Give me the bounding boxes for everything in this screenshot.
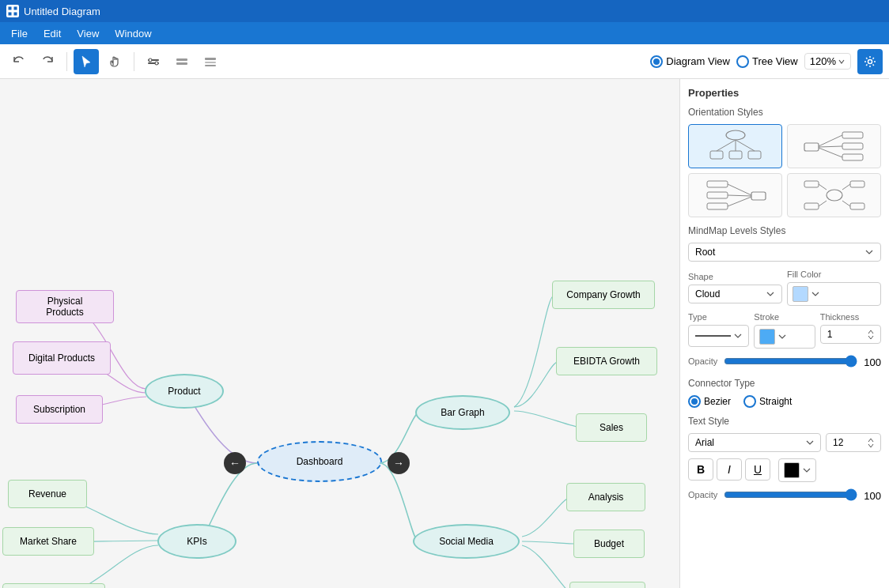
svg-rect-1 (13, 6, 17, 10)
svg-rect-28 (751, 192, 766, 200)
view-controls: Diagram View Tree View 120% (650, 49, 883, 74)
marketshare-node[interactable]: Market Share (2, 527, 94, 556)
svg-rect-2 (8, 12, 12, 16)
italic-button[interactable]: I (717, 458, 742, 481)
orientation-option-4[interactable] (787, 173, 881, 217)
svg-line-27 (819, 148, 842, 157)
svg-rect-8 (176, 58, 187, 61)
sales-node[interactable]: Sales (576, 413, 647, 442)
bezier-option[interactable]: Bezier (688, 395, 731, 408)
thickness-dropdown[interactable]: 1 (820, 325, 881, 344)
dashboard-node[interactable]: Dashboard (257, 441, 382, 482)
root-dropdown-value: Root (695, 247, 715, 258)
svg-line-42 (819, 201, 827, 206)
diagram-canvas[interactable]: ← → Dashboard Product KPIs Bar Graph Soc… (0, 79, 679, 588)
shape-value: Cloud (695, 288, 720, 300)
tool2-button[interactable] (169, 49, 195, 74)
ebidtagrowth-label: EBIDTA Growth (573, 356, 640, 367)
product-node[interactable]: Product (145, 374, 224, 409)
connections-svg (0, 79, 679, 588)
zoom-control[interactable]: 120% (804, 53, 851, 70)
dashboard-label: Dashboard (297, 456, 343, 467)
underline-button[interactable]: U (745, 458, 770, 481)
tool1-button[interactable] (141, 49, 166, 74)
svg-point-13 (868, 59, 872, 63)
svg-rect-0 (8, 6, 12, 10)
stroke-swatch (759, 329, 775, 345)
svg-rect-10 (205, 58, 216, 60)
left-arrow[interactable]: ← (224, 452, 246, 474)
svg-line-32 (728, 184, 751, 195)
bezier-radio[interactable] (688, 395, 701, 408)
select-tool-button[interactable] (74, 49, 99, 74)
subscription-node[interactable]: Subscription (16, 395, 103, 424)
redo-button[interactable] (35, 49, 60, 74)
text-opacity-slider[interactable] (724, 488, 857, 501)
straight-option[interactable]: Straight (743, 395, 792, 408)
bold-button[interactable]: B (688, 458, 713, 481)
kpis-node[interactable]: KPIs (157, 524, 236, 559)
opacity-slider[interactable] (724, 355, 857, 368)
text-format-buttons: B I U (688, 458, 881, 482)
digitalproducts-node[interactable]: Digital Products (13, 341, 111, 375)
tree-view-radio[interactable] (736, 55, 749, 68)
text-color-button[interactable] (778, 458, 816, 482)
svg-line-26 (819, 146, 842, 147)
physicalproducts-node[interactable]: Physical Products (16, 290, 114, 323)
root-dropdown[interactable]: Root (688, 243, 881, 262)
fillcolor-button[interactable] (787, 282, 881, 306)
hand-tool-button[interactable] (102, 49, 127, 74)
settings-button[interactable] (857, 49, 883, 74)
bezier-label: Bezier (704, 396, 731, 407)
thickness-label: Thickness (820, 312, 881, 322)
budget-node[interactable]: Budget (573, 530, 645, 558)
diagram-view-radio[interactable] (650, 55, 663, 68)
menu-view[interactable]: View (69, 24, 107, 43)
app-icon (6, 5, 19, 17)
zoom-value: 120% (810, 55, 836, 67)
undo-button[interactable] (6, 49, 32, 74)
subscription-label: Subscription (33, 404, 85, 415)
tool3-button[interactable] (198, 49, 223, 74)
shape-dropdown[interactable]: Cloud (688, 285, 782, 303)
sep2 (134, 52, 134, 71)
orientation-grid (688, 124, 881, 217)
tree-view-option[interactable]: Tree View (736, 55, 798, 68)
bargraph-node[interactable]: Bar Graph (415, 395, 510, 430)
stroke-button[interactable] (754, 325, 815, 349)
svg-rect-15 (710, 151, 723, 159)
text-opacity-slider-container (724, 488, 857, 503)
font-dropdown[interactable]: Arial (688, 433, 821, 452)
svg-rect-39 (850, 203, 864, 209)
ebidtagrowth-node[interactable]: EBIDTA Growth (556, 347, 657, 375)
diagram-view-option[interactable]: Diagram View (650, 55, 730, 68)
menu-file[interactable]: File (3, 24, 36, 43)
orientation-option-1[interactable] (688, 124, 782, 168)
content-node[interactable]: Content (569, 582, 645, 588)
toolbar: Diagram View Tree View 120% (0, 44, 889, 79)
svg-rect-31 (707, 203, 728, 209)
text-opacity-row: Opacity 100 (688, 488, 881, 503)
analysis-node[interactable]: Analysis (566, 483, 645, 511)
fontsize-dropdown[interactable]: 12 (826, 433, 881, 452)
svg-rect-16 (729, 151, 742, 159)
orientation-option-3[interactable] (688, 173, 782, 217)
straight-radio[interactable] (743, 395, 756, 408)
right-arrow[interactable]: → (388, 452, 410, 474)
opacity-row: Opacity 100 (688, 355, 881, 370)
svg-point-6 (149, 58, 152, 62)
svg-point-7 (155, 62, 158, 65)
menu-edit[interactable]: Edit (36, 24, 69, 43)
companygrowth-node[interactable]: Company Growth (552, 281, 655, 309)
type-dropdown[interactable] (688, 325, 749, 347)
shape-label: Shape (688, 272, 782, 281)
svg-rect-37 (850, 181, 864, 187)
budgetallocation-node[interactable]: Budget Allocation (2, 583, 105, 588)
svg-rect-30 (707, 192, 728, 198)
orientation-option-2[interactable] (787, 124, 881, 168)
straight-label: Straight (759, 396, 792, 407)
menu-window[interactable]: Window (107, 24, 159, 43)
socialmedia-node[interactable]: Social Media (413, 524, 520, 559)
type-stroke-thickness-row: Type Stroke Thickness 1 (688, 312, 881, 349)
revenue-node[interactable]: Revenue (8, 480, 87, 508)
